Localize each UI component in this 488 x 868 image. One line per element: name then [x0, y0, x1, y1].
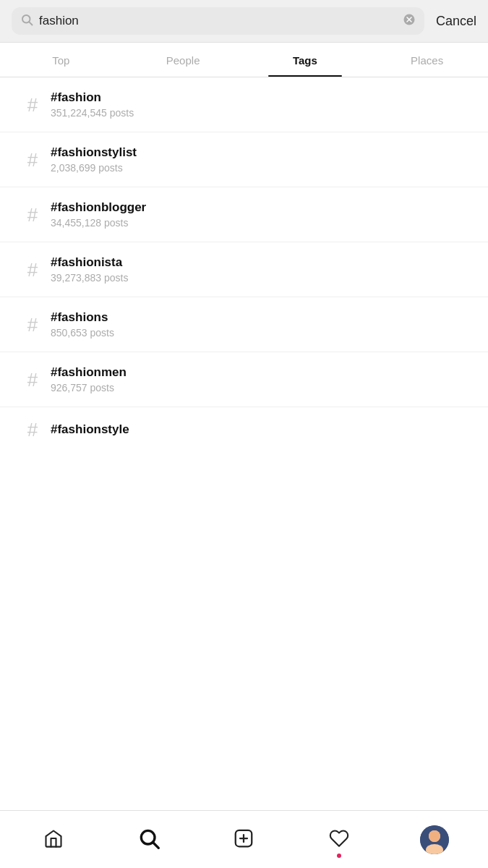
- tab-people[interactable]: People: [122, 43, 244, 77]
- tag-name: #fashionista: [51, 255, 128, 270]
- tag-name: #fashions: [51, 310, 114, 325]
- tag-name: #fashionstyle: [51, 422, 129, 437]
- list-item[interactable]: # #fashionstylist 2,038,699 posts: [0, 132, 488, 187]
- tab-places[interactable]: Places: [366, 43, 488, 77]
- svg-point-14: [420, 825, 449, 854]
- hashtag-icon: #: [14, 205, 51, 224]
- tag-info: #fashionista 39,273,883 posts: [51, 255, 128, 284]
- search-input-wrapper: [12, 7, 424, 35]
- hashtag-icon: #: [14, 150, 51, 169]
- heart-icon: [329, 828, 349, 851]
- tag-list: # #fashion 351,224,545 posts # #fashions…: [0, 77, 488, 452]
- tag-name: #fashion: [51, 90, 134, 105]
- nav-profile[interactable]: [387, 811, 482, 868]
- home-icon: [43, 828, 64, 851]
- list-item[interactable]: # #fashionista 39,273,883 posts: [0, 242, 488, 297]
- nav-home[interactable]: [6, 811, 101, 868]
- clear-icon[interactable]: [403, 13, 416, 29]
- tag-count: 34,455,128 posts: [51, 217, 146, 229]
- hashtag-icon: #: [14, 420, 51, 439]
- tag-count: 39,273,883 posts: [51, 272, 128, 284]
- avatar: [420, 825, 449, 854]
- list-item[interactable]: # #fashions 850,653 posts: [0, 297, 488, 352]
- hashtag-icon: #: [14, 95, 51, 114]
- add-icon: [233, 827, 254, 852]
- tag-count: 351,224,545 posts: [51, 107, 134, 119]
- search-input[interactable]: [39, 14, 397, 28]
- search-bar: Cancel: [0, 0, 488, 43]
- tag-count: 850,653 posts: [51, 327, 114, 339]
- svg-line-6: [153, 843, 158, 848]
- svg-line-1: [29, 22, 32, 25]
- tag-info: #fashionstyle: [51, 422, 129, 437]
- tabs: Top People Tags Places: [0, 43, 488, 77]
- tag-count: 926,757 posts: [51, 382, 127, 393]
- list-item[interactable]: # #fashionblogger 34,455,128 posts: [0, 187, 488, 242]
- hashtag-icon: #: [14, 370, 51, 389]
- search-nav-icon: [137, 827, 160, 853]
- list-item[interactable]: # #fashionmen 926,757 posts: [0, 352, 488, 407]
- tag-info: #fashions 850,653 posts: [51, 310, 114, 339]
- tag-name: #fashionmen: [51, 365, 127, 380]
- nav-search[interactable]: [101, 811, 197, 868]
- tag-name: #fashionblogger: [51, 200, 146, 215]
- cancel-button[interactable]: Cancel: [433, 11, 476, 32]
- tag-info: #fashionstylist 2,038,699 posts: [51, 145, 137, 174]
- tag-count: 2,038,699 posts: [51, 162, 137, 174]
- tab-tags[interactable]: Tags: [244, 43, 367, 77]
- tag-name: #fashionstylist: [51, 145, 137, 160]
- tab-top[interactable]: Top: [0, 43, 122, 77]
- hashtag-icon: #: [14, 315, 51, 334]
- list-item[interactable]: # #fashionstyle: [0, 407, 488, 452]
- notification-dot: [337, 854, 341, 858]
- tag-info: #fashionblogger 34,455,128 posts: [51, 200, 146, 229]
- bottom-nav: [0, 810, 488, 868]
- list-item[interactable]: # #fashion 351,224,545 posts: [0, 77, 488, 132]
- tag-info: #fashionmen 926,757 posts: [51, 365, 127, 393]
- nav-add[interactable]: [197, 811, 292, 868]
- tag-info: #fashion 351,224,545 posts: [51, 90, 134, 119]
- hashtag-icon: #: [14, 260, 51, 279]
- nav-activity[interactable]: [291, 811, 387, 868]
- search-icon: [20, 13, 33, 29]
